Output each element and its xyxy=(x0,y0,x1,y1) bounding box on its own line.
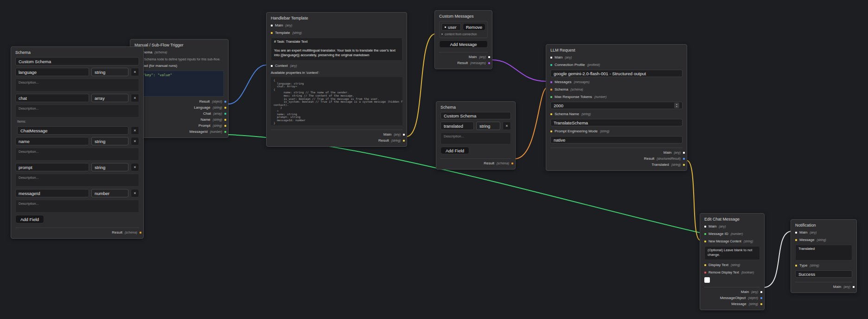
result-port-dot[interactable] xyxy=(511,163,513,164)
field-type-input[interactable] xyxy=(91,137,128,145)
wire-handlebar-result-to-messages-content[interactable] xyxy=(407,34,434,137)
main-out-port-dot[interactable] xyxy=(683,152,685,154)
schema-port-dot[interactable] xyxy=(550,89,552,91)
result-port-dot[interactable] xyxy=(224,101,226,103)
field-type-input[interactable] xyxy=(91,94,128,102)
message-role-input[interactable]: user xyxy=(441,23,461,31)
language-port-dot[interactable] xyxy=(224,107,226,109)
main-out-port-dot[interactable] xyxy=(403,134,405,136)
field-name-input[interactable] xyxy=(15,68,89,76)
chat-port-dot[interactable] xyxy=(224,113,226,115)
schema-name-port-dot[interactable] xyxy=(550,113,552,115)
schema-name-input[interactable] xyxy=(15,57,139,65)
template-text-input[interactable]: # Task: Translate Text You are an expert… xyxy=(271,38,402,61)
result-port-dot[interactable] xyxy=(140,232,141,234)
display-text-port-dot[interactable] xyxy=(704,264,706,266)
node-edit-chat-message[interactable]: Edit Chat Message Main (any) Message ID … xyxy=(700,213,765,310)
field-name-input[interactable] xyxy=(440,122,474,130)
prompt-port-dot[interactable] xyxy=(224,125,226,127)
remove-field-button[interactable]: × xyxy=(131,68,139,76)
field-description-input[interactable]: Description... xyxy=(15,174,139,187)
field-name-input[interactable] xyxy=(15,189,89,197)
message-id-port-dot[interactable] xyxy=(704,233,706,235)
remove-items-button[interactable]: × xyxy=(131,126,139,135)
type-port-dot[interactable] xyxy=(795,265,797,267)
remove-message-button[interactable]: Remove xyxy=(463,23,485,31)
message-content-input[interactable]: content from connection xyxy=(445,33,477,36)
remove-field-button[interactable]: × xyxy=(131,163,139,171)
field-name-input[interactable] xyxy=(15,94,89,102)
remove-display-port-dot[interactable] xyxy=(704,272,706,273)
result-out-port-dot[interactable] xyxy=(488,62,490,64)
remove-field-button[interactable]: × xyxy=(131,189,139,197)
add-field-button[interactable]: Add Field xyxy=(440,147,469,154)
remove-field-button[interactable]: × xyxy=(131,137,139,145)
field-name-input[interactable] xyxy=(15,163,89,171)
result-out-port-dot[interactable] xyxy=(403,140,405,142)
field-description-input[interactable]: Description... xyxy=(15,200,139,213)
add-field-button[interactable]: Add Field xyxy=(15,215,44,223)
field-type-input[interactable] xyxy=(476,122,500,130)
name-port-dot[interactable] xyxy=(224,119,226,121)
schema-name-input[interactable] xyxy=(550,119,683,126)
type-input[interactable] xyxy=(795,270,852,278)
stepper-down-icon[interactable]: ▾ xyxy=(676,105,677,108)
context-port-dot[interactable] xyxy=(271,65,273,67)
field-description-input[interactable]: Description... xyxy=(15,148,139,161)
field-type-input[interactable] xyxy=(91,68,128,76)
result-out-port-dot[interactable] xyxy=(683,158,685,160)
items-type-input[interactable] xyxy=(17,126,128,135)
messageobject-out-port-dot[interactable] xyxy=(760,297,762,299)
add-message-button[interactable]: Add Message xyxy=(439,40,488,48)
max-tokens-input[interactable]: 2000 ▴ ▾ xyxy=(550,102,683,109)
schema-name-input[interactable] xyxy=(440,112,511,119)
field-description-input[interactable]: Description... xyxy=(15,104,139,117)
field-type-input[interactable] xyxy=(91,189,128,197)
template-port-dot[interactable] xyxy=(271,32,273,34)
output-port-result: Result (string) xyxy=(271,138,405,143)
new-content-port-dot[interactable] xyxy=(704,241,706,242)
main-out-port-dot[interactable] xyxy=(760,291,762,293)
wire-trigger-result-to-handlebar-context[interactable] xyxy=(229,65,266,104)
field-description-input[interactable]: Description... xyxy=(15,78,139,91)
remove-field-button[interactable]: × xyxy=(503,122,511,130)
number-stepper[interactable]: ▴ ▾ xyxy=(674,103,679,108)
wire-llm-translated-to-editchat-content[interactable] xyxy=(687,161,700,240)
remove-display-checkbox[interactable] xyxy=(704,277,710,283)
node-handlebar-template[interactable]: Handlebar Template Main (any) Template (… xyxy=(266,12,407,147)
main-port-dot[interactable] xyxy=(795,232,797,234)
node-notification[interactable]: Notification Main (any) Message (string)… xyxy=(791,219,857,293)
new-content-input[interactable]: (Optional) Leave blank to not change. xyxy=(704,246,760,260)
remove-field-button[interactable]: × xyxy=(131,94,139,102)
tokens-port-dot[interactable] xyxy=(550,96,552,98)
profile-port-dot[interactable] xyxy=(550,64,552,66)
field-type-input[interactable] xyxy=(91,163,128,171)
flow-canvas[interactable]: Manual / Sub-Flow Trigger Schema (schema… xyxy=(0,0,868,319)
message-port-dot[interactable] xyxy=(795,239,797,241)
message-out-port-dot[interactable] xyxy=(760,303,762,305)
translated-out-port-dot[interactable] xyxy=(683,164,685,166)
wire-schema2-result-to-llm-schema[interactable] xyxy=(516,88,546,159)
messageid-port-dot[interactable] xyxy=(224,131,226,133)
wire-messages-result-to-llm-messages[interactable] xyxy=(492,60,546,81)
prompt-mode-input[interactable] xyxy=(550,136,683,143)
connection-profile-input[interactable] xyxy=(550,70,683,77)
wire-editchat-main-to-notification-main[interactable] xyxy=(765,231,791,287)
main-port-dot[interactable] xyxy=(550,57,552,59)
prompt-mode-port-dot[interactable] xyxy=(550,130,552,132)
main-port-dot[interactable] xyxy=(271,25,273,26)
main-out-port-dot[interactable] xyxy=(853,286,855,288)
node-custom-messages[interactable]: Custom Messages user Remove content from… xyxy=(434,10,492,69)
payload-code-editor[interactable]: "key": "value" xyxy=(134,71,224,97)
messages-port-dot[interactable] xyxy=(550,81,552,83)
content-port-dot[interactable] xyxy=(441,33,443,35)
field-description-input[interactable]: Description... xyxy=(440,132,511,144)
node-llm-request[interactable]: LLM Request Main (any) Connection Profil… xyxy=(546,44,687,171)
main-out-port-dot[interactable] xyxy=(488,56,490,58)
node-schema-chatmessage[interactable]: Schema × Description... × Description...… xyxy=(11,46,144,239)
node-schema-translated[interactable]: Schema × Description... Add Field Result… xyxy=(436,101,516,169)
main-port-dot[interactable] xyxy=(704,226,706,228)
field-name-input[interactable] xyxy=(15,137,89,145)
message-input[interactable]: Translated xyxy=(795,245,852,260)
node-manual-subflow-trigger[interactable]: Manual / Sub-Flow Trigger Schema (schema… xyxy=(130,39,229,138)
